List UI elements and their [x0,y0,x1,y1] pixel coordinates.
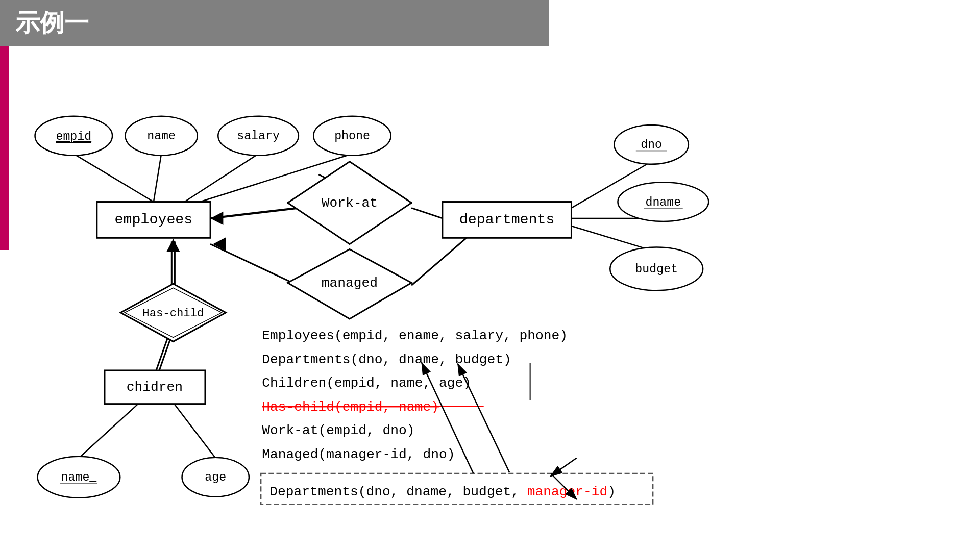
svg-text:employees: employees [115,211,193,228]
svg-marker-16 [166,239,180,252]
header-title: 示例一 [15,7,89,39]
svg-line-13 [411,236,468,285]
svg-line-1 [154,154,161,202]
svg-text:Work-at: Work-at [322,195,378,211]
svg-text:name_: name_ [61,471,97,484]
svg-text:Managed(manager-id,  dno): Managed(manager-id, dno) [262,447,455,462]
svg-line-11 [210,244,298,285]
svg-text:budget: budget [635,263,678,276]
svg-text:phone: phone [334,130,370,143]
svg-marker-9 [210,212,223,225]
svg-line-10 [411,208,443,218]
svg-text:Employees(empid,  ename,  sala: Employees(empid, ename, salary, phone) [262,328,568,343]
svg-text:dno: dno [641,138,662,152]
svg-text:Children(empid,  name,  age): Children(empid, name, age) [262,375,471,391]
accent-bar [0,46,9,250]
svg-text:Has-child: Has-child [142,307,204,320]
svg-text:empid: empid [56,130,91,143]
svg-text:chidren: chidren [127,380,183,395]
header-bar: 示例一 [0,0,549,46]
svg-text:salary: salary [237,130,280,143]
diagram-svg: Work-at managed Has-child employees depa… [9,46,980,551]
svg-text:Work-at(empid,  dno): Work-at(empid, dno) [262,423,414,438]
svg-text:managed: managed [322,276,378,291]
svg-line-20 [174,404,215,458]
svg-text:name: name [147,130,176,143]
svg-line-8 [210,208,298,218]
svg-text:departments: departments [459,211,555,228]
svg-text:Departments(dno,  dname,  budg: Departments(dno, dname, budget) [262,352,511,367]
svg-text:dname: dname [645,196,681,209]
svg-line-0 [74,154,154,202]
svg-text:age: age [205,471,226,484]
svg-line-19 [79,404,138,458]
